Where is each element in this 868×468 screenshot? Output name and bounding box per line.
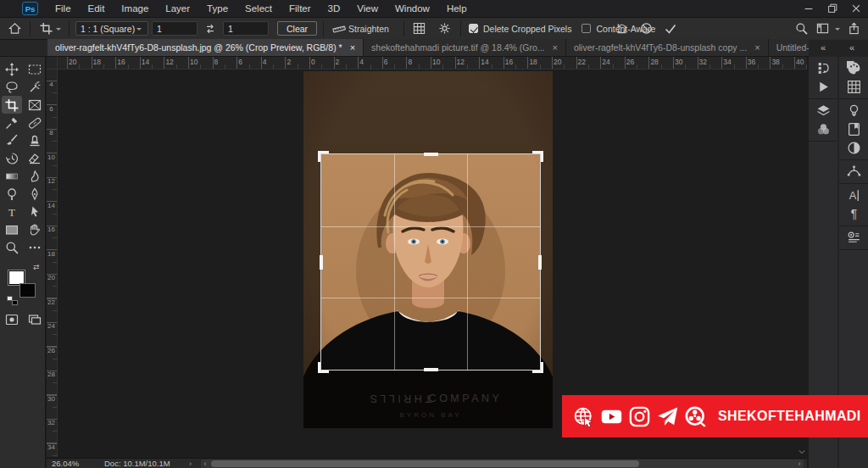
film-reel-icon[interactable] [685, 406, 706, 427]
zoom-level[interactable]: 26.04% [52, 459, 79, 468]
reset-crop-button[interactable] [612, 20, 631, 37]
document-tab[interactable]: shekoftehahmadi picture.tif @ 18.4% (Gro… [364, 39, 566, 56]
marquee-tool[interactable] [25, 60, 45, 78]
straighten-button[interactable] [330, 20, 348, 37]
zoom-tool[interactable] [2, 238, 22, 256]
expand-panels-button-a[interactable]: « [809, 40, 837, 57]
frame-tool[interactable] [25, 96, 45, 114]
menu-type[interactable]: Type [198, 0, 236, 17]
history-panel-button[interactable] [809, 58, 837, 77]
type-tool[interactable]: T [2, 203, 22, 220]
channels-panel-button[interactable] [809, 120, 837, 138]
horizontal-scrollbar[interactable]: ‹ › [201, 460, 804, 468]
restore-button[interactable] [821, 0, 844, 18]
menu-filter[interactable]: Filter [281, 0, 320, 17]
crop-handle-top-left[interactable] [318, 151, 329, 162]
gradient-tool[interactable] [2, 167, 22, 185]
workspace-caret-icon[interactable] [835, 28, 840, 33]
tab-close-icon[interactable]: × [552, 43, 557, 52]
swap-dimensions-button[interactable] [201, 20, 220, 37]
quick-mask-button[interactable] [2, 310, 22, 328]
background-color-swatch[interactable] [19, 283, 36, 298]
menu-help[interactable]: Help [438, 0, 476, 17]
eraser-tool[interactable] [25, 149, 45, 167]
menu-select[interactable]: Select [236, 0, 281, 17]
scrollbar-thumb[interactable] [211, 460, 639, 467]
horizontal-ruler[interactable]: 2018161412108642024681012141618202224262… [58, 57, 807, 70]
libraries-panel-button[interactable] [839, 120, 868, 138]
history-brush-tool[interactable] [2, 149, 22, 167]
menu-layer[interactable]: Layer [157, 0, 198, 17]
scroll-left-icon[interactable]: ‹ [201, 460, 209, 468]
rectangle-shape-tool[interactable] [2, 220, 22, 238]
expand-panels-button-b[interactable]: « [837, 40, 866, 57]
layers-panel-button[interactable] [809, 101, 837, 120]
youtube-icon[interactable] [601, 406, 622, 427]
default-colors-icon[interactable] [7, 296, 18, 305]
crop-handle-bottom-left[interactable] [318, 362, 329, 373]
hand-tool[interactable] [25, 220, 45, 238]
crop-settings-button[interactable] [436, 20, 454, 37]
actions-panel-button[interactable] [809, 77, 837, 96]
share-button[interactable] [844, 20, 863, 37]
aspect-ratio-select[interactable]: 1 : 1 (Square) [75, 21, 148, 36]
instagram-icon[interactable] [629, 406, 650, 427]
paragraph-panel-button[interactable]: ¶ [839, 204, 868, 223]
tab-close-icon[interactable]: × [350, 43, 355, 52]
move-tool[interactable] [2, 60, 22, 78]
minimize-button[interactable] [797, 0, 821, 18]
eyedropper-tool[interactable] [2, 114, 22, 131]
crop-handle-bottom-right[interactable] [532, 362, 543, 373]
menu-window[interactable]: Window [387, 0, 438, 17]
close-button[interactable] [844, 0, 868, 18]
telegram-icon[interactable] [657, 406, 678, 427]
crop-handle-bottom[interactable] [424, 368, 438, 371]
document-tab[interactable]: oliver-ragfelt-khV4fTy6-D8-unsplash copy… [566, 39, 769, 56]
home-button[interactable] [5, 20, 24, 37]
crop-width-input[interactable] [152, 21, 198, 36]
overlay-options-button[interactable] [410, 20, 429, 37]
brush-tool[interactable] [2, 131, 22, 149]
content-aware-checkbox[interactable] [581, 24, 591, 33]
workspace-button[interactable] [813, 20, 832, 37]
pen-tool[interactable] [25, 185, 45, 203]
ruler-corner[interactable] [47, 57, 58, 70]
learn-panel-button[interactable] [839, 101, 868, 120]
crop-handle-top[interactable] [424, 153, 438, 156]
vertical-ruler[interactable]: 46810121416182022242628303234 [47, 70, 58, 457]
menu-image[interactable]: Image [113, 0, 157, 17]
current-tool-button[interactable] [36, 20, 55, 37]
character-panel-button[interactable]: A [839, 186, 868, 204]
crop-handle-top-right[interactable] [532, 151, 543, 162]
search-button[interactable] [792, 20, 810, 37]
crop-height-input[interactable] [223, 21, 269, 36]
crop-handle-left[interactable] [320, 255, 323, 270]
canvas-corner-chevron-icon[interactable] [798, 448, 806, 456]
menu-file[interactable]: File [47, 0, 80, 17]
magic-wand-tool[interactable] [25, 78, 45, 96]
cancel-crop-button[interactable] [637, 20, 655, 37]
commit-crop-button[interactable] [661, 20, 680, 37]
tool-preset-caret-icon[interactable] [56, 28, 61, 33]
healing-brush-tool[interactable] [25, 114, 45, 131]
photoshop-logo[interactable]: Ps [22, 2, 38, 15]
paths-panel-button[interactable] [839, 162, 868, 181]
screen-mode-button[interactable] [25, 310, 45, 328]
color-panel-button[interactable] [839, 58, 868, 77]
adjustments-panel-button[interactable] [839, 138, 868, 157]
path-selection-tool[interactable] [25, 203, 45, 220]
delete-cropped-pixels-checkbox[interactable] [469, 24, 478, 33]
crop-handle-right[interactable] [538, 255, 542, 270]
tab-close-icon[interactable]: × [754, 43, 760, 52]
lasso-tool[interactable] [2, 78, 22, 96]
swatches-panel-button[interactable] [839, 77, 868, 96]
layer-comps-panel-button[interactable] [839, 228, 868, 247]
clone-stamp-tool[interactable] [25, 131, 45, 149]
crop-box[interactable] [320, 153, 541, 370]
smudge-tool[interactable] [25, 167, 45, 185]
menu-view[interactable]: View [348, 0, 387, 17]
menu-edit[interactable]: Edit [80, 0, 114, 17]
website-icon[interactable] [573, 406, 594, 427]
status-options-chevron-icon[interactable]: › [189, 459, 192, 468]
dodge-tool[interactable] [2, 185, 22, 203]
